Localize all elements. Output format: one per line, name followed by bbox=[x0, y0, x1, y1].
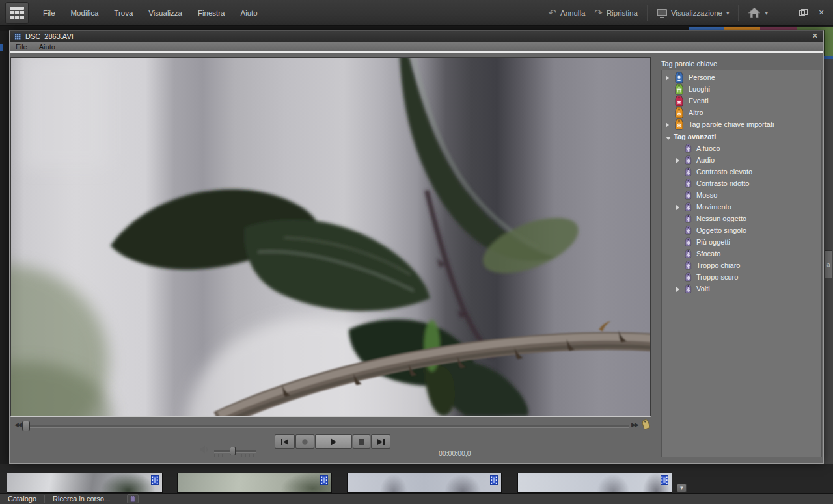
tag-item-label: Eventi bbox=[689, 97, 709, 105]
tag-item-label: A fuoco bbox=[696, 144, 720, 152]
tag-item-label: Troppo chiaro bbox=[696, 261, 740, 269]
volume-slider-handle[interactable] bbox=[230, 447, 236, 455]
tag-item-label: Volti bbox=[696, 285, 710, 293]
menu-aiuto[interactable]: Aiuto bbox=[240, 9, 257, 17]
tag-item-sfocato[interactable]: Sfocato bbox=[662, 248, 821, 259]
tag-item-tag-avanzati[interactable]: Tag avanzati bbox=[662, 130, 821, 142]
app-menubar: File Modifica Trova Visualizza Finestra … bbox=[43, 9, 258, 17]
tag-item-mosso[interactable]: Mosso bbox=[662, 189, 821, 201]
volume-slider-track[interactable] bbox=[214, 450, 256, 453]
video-thumbnail[interactable] bbox=[347, 473, 502, 493]
background-panel-blue-line bbox=[824, 56, 833, 59]
tag-item-luoghi[interactable]: Luoghi bbox=[662, 83, 821, 95]
keyword-tag-icon bbox=[684, 191, 692, 200]
undo-icon: ↶ bbox=[548, 10, 556, 16]
play-button[interactable] bbox=[315, 434, 352, 449]
stop-icon bbox=[359, 439, 364, 445]
previous-frame-button[interactable] bbox=[275, 434, 295, 449]
expander-closed-icon[interactable] bbox=[666, 118, 672, 130]
tag-item-nessun-oggetto[interactable]: Nessun oggetto bbox=[662, 213, 821, 224]
keyword-tag-icon bbox=[674, 72, 685, 83]
redo-button[interactable]: ↷ Ripristina bbox=[594, 9, 638, 17]
tag-item-label: Sfocato bbox=[696, 250, 720, 258]
speaker-icon[interactable] bbox=[200, 445, 209, 454]
expander-closed-icon[interactable] bbox=[676, 154, 683, 166]
status-catalog: Catalogo bbox=[0, 495, 44, 503]
video-thumbnail[interactable] bbox=[517, 473, 672, 493]
tag-item-tag-parole-chiave-importati[interactable]: Tag parole chiave importati bbox=[662, 118, 821, 130]
keyword-tag-icon bbox=[684, 226, 692, 235]
tag-item-contrasto-elevato[interactable]: Contrasto elevato bbox=[662, 166, 821, 178]
fast-forward-icon[interactable]: ▶▶ bbox=[631, 421, 638, 428]
home-button[interactable]: ▾ bbox=[748, 7, 768, 18]
menu-trova[interactable]: Trova bbox=[114, 9, 133, 17]
viewer-titlebar[interactable]: DSC_2863.AVI ✕ bbox=[10, 31, 823, 42]
tag-item-troppo-scuro[interactable]: Troppo scuro bbox=[662, 271, 821, 283]
tag-marker-icon[interactable] bbox=[641, 419, 651, 432]
timeline-track[interactable] bbox=[23, 425, 629, 428]
tag-item-piu-oggetti[interactable]: Più oggetti bbox=[662, 236, 821, 248]
next-frame-button[interactable] bbox=[371, 434, 390, 449]
video-viewer-window: DSC_2863.AVI ✕ File Aiuto bbox=[9, 30, 824, 464]
background-panel-tab: a bbox=[825, 250, 832, 278]
minimize-button[interactable]: — bbox=[777, 9, 787, 17]
menu-modifica[interactable]: Modifica bbox=[71, 9, 99, 17]
view-mode-button[interactable]: Visualizzazione ▾ bbox=[657, 9, 730, 17]
tag-item-label: Mosso bbox=[696, 191, 717, 199]
record-button[interactable] bbox=[295, 434, 314, 449]
background-left-notch bbox=[0, 44, 3, 51]
status-keyword-tag-button[interactable] bbox=[127, 494, 139, 503]
keyword-tag-icon bbox=[684, 284, 692, 293]
viewer-menu-file[interactable]: File bbox=[16, 43, 27, 51]
menu-file[interactable]: File bbox=[43, 9, 55, 17]
undo-button[interactable]: ↶ Annulla bbox=[548, 9, 585, 17]
viewer-window-icon bbox=[14, 33, 21, 40]
transport-controls bbox=[275, 434, 391, 449]
restore-button[interactable] bbox=[797, 9, 807, 17]
menu-visualizza[interactable]: Visualizza bbox=[148, 9, 182, 17]
video-frame-image bbox=[11, 58, 650, 416]
timeline-handle[interactable] bbox=[22, 421, 30, 431]
undo-label: Annulla bbox=[560, 9, 585, 17]
video-filmstrip-badge bbox=[490, 475, 498, 488]
tag-item-movimento[interactable]: Movimento bbox=[662, 201, 821, 213]
tag-item-persone[interactable]: Persone bbox=[662, 72, 821, 83]
toolbar-separator bbox=[738, 5, 739, 21]
menu-finestra[interactable]: Finestra bbox=[198, 9, 225, 17]
organizer-grid-logo[interactable] bbox=[5, 2, 29, 24]
scrollbar-down-button[interactable]: ▼ bbox=[677, 484, 687, 492]
tag-item-eventi[interactable]: Eventi bbox=[662, 95, 821, 107]
tag-item-label: Tag parole chiave importati bbox=[689, 120, 774, 128]
expander-closed-icon[interactable] bbox=[676, 201, 683, 213]
tag-item-volti[interactable]: Volti bbox=[662, 283, 821, 295]
viewer-menubar: File Aiuto bbox=[10, 42, 823, 53]
close-button[interactable]: ✕ bbox=[816, 8, 826, 17]
tag-item-label: Altro bbox=[689, 109, 703, 116]
tag-item-troppo-chiaro[interactable]: Troppo chiaro bbox=[662, 259, 821, 271]
expander-closed-icon[interactable] bbox=[676, 283, 683, 295]
keyword-tag-icon bbox=[684, 202, 692, 211]
tag-item-contrasto-ridotto[interactable]: Contrasto ridotto bbox=[662, 178, 821, 189]
tag-item-oggetto-singolo[interactable]: Oggetto singolo bbox=[662, 224, 821, 236]
stop-button[interactable] bbox=[353, 434, 370, 449]
status-search: Ricerca in corso... bbox=[45, 495, 118, 503]
redo-label: Ripristina bbox=[607, 9, 638, 17]
video-filmstrip-badge bbox=[661, 475, 668, 488]
video-thumbnail[interactable] bbox=[7, 473, 163, 493]
video-filmstrip-badge bbox=[151, 475, 159, 488]
tag-item-altro[interactable]: Altro bbox=[662, 107, 821, 118]
expander-closed-icon[interactable] bbox=[666, 72, 672, 83]
keyword-tag-icon bbox=[674, 107, 685, 118]
play-icon bbox=[331, 438, 336, 445]
viewer-menu-aiuto[interactable]: Aiuto bbox=[39, 43, 55, 51]
viewer-title: DSC_2863.AVI bbox=[25, 33, 74, 40]
expander-open-icon[interactable] bbox=[666, 131, 672, 142]
video-thumbnail[interactable] bbox=[177, 473, 332, 493]
video-filmstrip-badge bbox=[320, 475, 328, 488]
video-canvas bbox=[10, 57, 651, 417]
tag-item-a-fuoco[interactable]: A fuoco bbox=[662, 142, 821, 154]
tag-item-label: Troppo scuro bbox=[696, 273, 738, 281]
rewind-icon[interactable]: ◀◀ bbox=[14, 421, 21, 428]
viewer-close-button[interactable]: ✕ bbox=[812, 32, 818, 40]
tag-item-audio[interactable]: Audio bbox=[662, 154, 821, 166]
